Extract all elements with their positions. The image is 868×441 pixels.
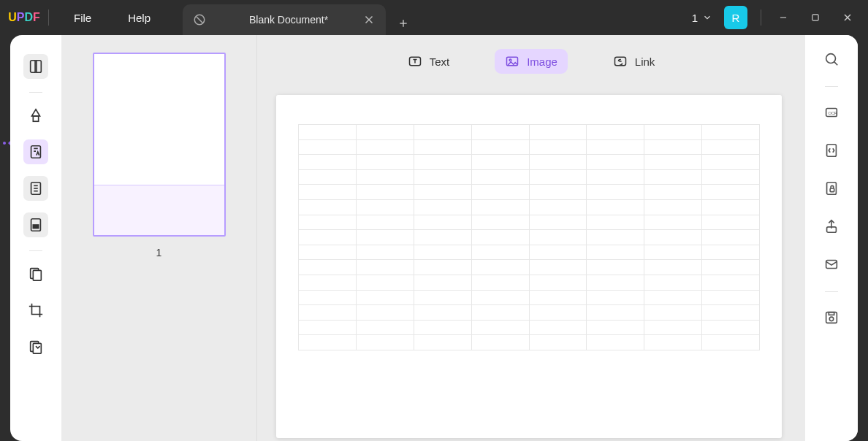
menu-help[interactable]: Help [128,12,151,24]
svg-rect-11 [31,146,41,158]
edit-toolbar: Text Image Link [257,44,805,79]
divider [29,92,42,93]
divider [29,250,42,251]
svg-rect-7 [812,15,818,20]
svg-rect-32 [830,188,834,192]
canvas-area: Text Image Link [257,35,805,441]
divider [825,86,838,87]
thumbnail-preview [94,54,224,185]
divider [825,291,838,292]
insert-image-label: Image [527,55,557,68]
svg-line-1 [197,17,203,23]
share-button[interactable] [819,214,844,239]
app-logo: UPDF [0,11,48,24]
page-indicator[interactable]: 1 [692,12,712,24]
ocr-button[interactable]: OCR [819,100,844,125]
convert-button[interactable] [819,138,844,163]
title-bar: UPDF File Help Blank Document* 1 R [0,0,868,35]
svg-rect-21 [33,343,41,353]
svg-point-24 [509,59,511,61]
svg-line-27 [834,62,838,66]
page-tools-tool[interactable] [23,261,48,286]
insert-link-button[interactable]: Link [603,49,666,74]
user-avatar[interactable]: R [724,6,747,29]
thumbnail-panel: 1 [61,35,257,441]
svg-text:OCR: OCR [828,111,837,115]
left-toolbar [0,35,61,441]
right-toolbar: OCR [805,35,858,441]
organize-pages-tool[interactable] [23,176,48,201]
svg-rect-19 [33,270,41,280]
insert-text-button[interactable]: Text [397,49,460,74]
window-minimize-button[interactable] [769,3,798,32]
menu-file[interactable]: File [74,12,91,24]
document-tab[interactable]: Blank Document* [183,4,386,35]
svg-point-36 [829,317,834,321]
protect-button[interactable] [819,176,844,201]
window-maximize-button[interactable] [801,3,830,32]
edit-pdf-tool[interactable] [23,139,48,164]
page-thumbnail[interactable] [93,53,226,237]
window-close-button[interactable] [833,3,862,32]
save-button[interactable] [819,305,844,330]
document-page[interactable] [276,95,782,438]
thumbnail-page-number: 1 [79,247,239,258]
svg-rect-10 [33,116,38,121]
reader-tool[interactable] [23,54,48,79]
tab-close-button[interactable] [362,13,376,26]
insert-image-button[interactable]: Image [495,49,568,74]
svg-rect-37 [829,312,834,315]
svg-rect-17 [33,225,38,229]
redact-tool[interactable] [23,212,48,237]
crop-tool[interactable] [23,298,48,323]
new-tab-button[interactable] [392,12,415,35]
insert-text-label: Text [430,55,450,68]
comment-tool[interactable] [23,103,48,128]
tab-unsaved-icon [193,13,206,26]
insert-link-label: Link [635,55,655,68]
search-button[interactable] [819,47,844,72]
table-placeholder[interactable] [298,124,760,350]
divider [761,9,761,26]
email-button[interactable] [819,252,844,277]
tab-title: Blank Document* [215,14,362,26]
chevron-down-icon [702,12,712,23]
compress-tool[interactable] [23,334,48,359]
svg-point-26 [826,54,836,64]
